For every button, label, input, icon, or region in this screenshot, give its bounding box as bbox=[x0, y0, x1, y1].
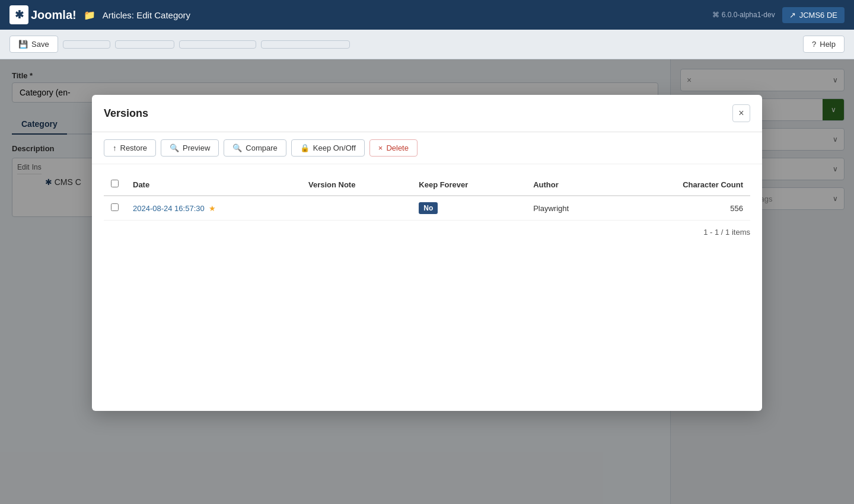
user-label: JCMS6 DE bbox=[799, 11, 837, 20]
version-label: ⌘ 6.0.0-alpha1-dev bbox=[712, 11, 775, 19]
col-checkbox bbox=[104, 174, 126, 196]
modal-toolbar: ↑ Restore 🔍 Preview 🔍 Compare 🔒 Keep On/… bbox=[92, 132, 762, 164]
row-date-link[interactable]: 2024-08-24 16:57:30 bbox=[133, 204, 205, 213]
preview-button[interactable]: 🔍 Preview bbox=[161, 139, 219, 157]
toolbar-btn-3[interactable] bbox=[115, 40, 174, 49]
keep-onoff-button[interactable]: 🔒 Keep On/Off bbox=[291, 139, 365, 157]
joomla-logo: ✱ Joomla! bbox=[9, 5, 77, 24]
row-checkbox[interactable] bbox=[111, 203, 119, 211]
toolbar-btn-2[interactable] bbox=[63, 40, 110, 49]
save-button[interactable]: 💾 Save bbox=[9, 36, 58, 53]
joomla-logo-text: Joomla! bbox=[31, 8, 77, 22]
page-icon: 📁 bbox=[84, 9, 95, 21]
row-date-cell: 2024-08-24 16:57:30 ★ bbox=[126, 196, 301, 221]
save-icon: 💾 bbox=[18, 40, 28, 49]
toolbar-btn-5[interactable] bbox=[261, 40, 350, 49]
user-icon: ↗ bbox=[789, 11, 796, 20]
main-content: Title * Category Description Edit Ins ✱ … bbox=[0, 59, 854, 504]
keep-icon: 🔒 bbox=[300, 143, 310, 152]
help-button[interactable]: ? Help bbox=[803, 36, 845, 53]
restore-label: Restore bbox=[120, 143, 148, 152]
row-character-count-cell: 556 bbox=[616, 196, 750, 221]
row-checkbox-cell bbox=[104, 196, 126, 221]
row-author-cell: Playwright bbox=[526, 196, 616, 221]
preview-label: Preview bbox=[183, 143, 210, 152]
restore-icon: ↑ bbox=[113, 143, 117, 152]
toolbar-btn-4[interactable] bbox=[179, 40, 256, 49]
modal-header: Versions × bbox=[92, 95, 762, 132]
keep-label: Keep On/Off bbox=[313, 143, 356, 152]
toolbar: 💾 Save ? Help bbox=[0, 30, 854, 59]
modal-body: Date Version Note Keep Forever Author Ch… bbox=[92, 174, 762, 411]
star-icon: ★ bbox=[209, 204, 216, 213]
col-keep-forever: Keep Forever bbox=[412, 174, 526, 196]
delete-icon: × bbox=[378, 143, 383, 152]
versions-modal: Versions × ↑ Restore 🔍 Preview 🔍 Compare… bbox=[92, 95, 762, 411]
top-navigation: ✱ Joomla! 📁 Articles: Edit Category ⌘ 6.… bbox=[0, 0, 854, 30]
col-character-count: Character Count bbox=[616, 174, 750, 196]
joomla-icon: ✱ bbox=[9, 5, 28, 24]
versions-table: Date Version Note Keep Forever Author Ch… bbox=[104, 174, 750, 221]
delete-button[interactable]: × Delete bbox=[369, 139, 418, 157]
pagination: 1 - 1 / 1 items bbox=[104, 221, 750, 244]
select-all-checkbox[interactable] bbox=[111, 180, 119, 187]
col-date: Date bbox=[126, 174, 301, 196]
top-nav-right: ⌘ 6.0.0-alpha1-dev ↗ JCMS6 DE bbox=[712, 7, 845, 23]
user-menu-button[interactable]: ↗ JCMS6 DE bbox=[782, 7, 845, 23]
preview-icon: 🔍 bbox=[170, 143, 179, 152]
row-keep-forever-cell: No bbox=[412, 196, 526, 221]
logo-area: ✱ Joomla! bbox=[9, 5, 77, 24]
keep-forever-badge: No bbox=[419, 202, 438, 214]
col-version-note: Version Note bbox=[301, 174, 412, 196]
col-author: Author bbox=[526, 174, 616, 196]
compare-button[interactable]: 🔍 Compare bbox=[224, 139, 286, 157]
help-icon: ? bbox=[812, 40, 816, 49]
delete-label: Delete bbox=[386, 143, 409, 152]
restore-button[interactable]: ↑ Restore bbox=[104, 139, 156, 157]
modal-close-button[interactable]: × bbox=[732, 104, 750, 122]
help-label: Help bbox=[820, 40, 836, 49]
compare-label: Compare bbox=[246, 143, 277, 152]
save-label: Save bbox=[31, 40, 49, 49]
compare-icon: 🔍 bbox=[232, 143, 242, 152]
table-row: 2024-08-24 16:57:30 ★ No Playwright 556 bbox=[104, 196, 750, 221]
modal-title: Versions bbox=[104, 107, 148, 120]
row-version-note-cell bbox=[301, 196, 412, 221]
page-title: Articles: Edit Category bbox=[103, 10, 190, 20]
